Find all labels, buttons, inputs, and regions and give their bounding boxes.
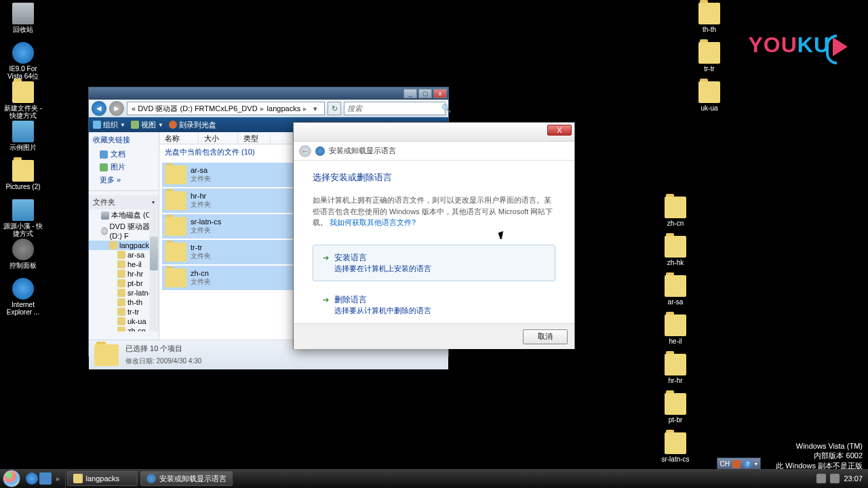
desktop-icon-zh-hk[interactable]: zh-hk: [655, 236, 696, 266]
desktop-icon-hr-hr[interactable]: hr-hr: [655, 354, 696, 384]
organize-button[interactable]: 组织▼: [93, 120, 125, 130]
sidebar-link-文档[interactable]: 文档: [89, 148, 159, 161]
install-language-option[interactable]: ➔ 安装语言 选择要在计算机上安装的语言: [313, 245, 555, 281]
clock[interactable]: 23:07: [844, 474, 863, 483]
sidebar-link-图片[interactable]: 图片: [89, 161, 159, 174]
drive-icon: [101, 211, 109, 220]
tree-item-本地磁盘 (C:)[interactable]: 本地磁盘 (C:): [89, 209, 159, 221]
explorer-titlebar[interactable]: _ ▢ x: [89, 87, 448, 100]
desktop-icon-IE9.0 For Vista 64位[interactable]: IE9.0 For Vista 64位: [3, 42, 43, 80]
folder-icon: [165, 165, 186, 184]
desktop-icon-th-th[interactable]: th-th: [689, 3, 730, 33]
minimize-button[interactable]: _: [403, 89, 417, 98]
folder-icon: [117, 327, 125, 331]
start-button[interactable]: [0, 469, 23, 488]
folder-icon: [117, 279, 125, 287]
tree-item-sr-latn-cs[interactable]: sr-latn-cs: [89, 288, 159, 298]
close-button[interactable]: x: [433, 89, 447, 98]
folder-icon: [117, 289, 125, 297]
desktop-icon-ar-sa[interactable]: ar-sa: [655, 275, 696, 306]
desktop-icon-Pictures (2)[interactable]: Pictures (2): [3, 160, 43, 190]
views-button[interactable]: 视图▼: [131, 120, 163, 130]
sidebar-scrollbar[interactable]: [149, 209, 159, 331]
cancel-button[interactable]: 取消: [523, 329, 568, 344]
desktop-icon-回收站[interactable]: 回收站: [3, 3, 43, 33]
desktop-icon-tr-tr[interactable]: tr-tr: [689, 42, 730, 73]
chevron-icon[interactable]: »: [53, 475, 62, 483]
ime-icon[interactable]: [732, 460, 741, 468]
status-selection: 已选择 10 个项目: [125, 344, 201, 354]
tree-item-ar-sa[interactable]: ar-sa: [89, 250, 159, 260]
taskbar-item-安装或卸载显示语言[interactable]: 安装或卸载显示语言: [140, 471, 233, 486]
desktop-icon-pt-br[interactable]: pt-br: [655, 393, 696, 424]
folder-icon: [665, 354, 686, 375]
folder-icon: [12, 160, 34, 182]
scrollbar-thumb[interactable]: [150, 237, 158, 270]
desktop: 回收站IE9.0 For Vista 64位新建文件夹 - 快捷方式示例图片Pi…: [0, 0, 868, 488]
tree-item-langpacks[interactable]: langpacks: [89, 241, 159, 250]
dialog-help-link[interactable]: 我如何获取其他语言文件?: [330, 218, 416, 226]
dialog-back-button[interactable]: ←: [299, 145, 311, 157]
refresh-button[interactable]: ↻: [328, 102, 341, 115]
folder-icon: [165, 243, 186, 262]
favorites-header: 收藏夹链接: [89, 132, 159, 148]
folder-icon: [698, 3, 720, 24]
desktop-icon-控制面板[interactable]: 控制面板: [3, 239, 43, 269]
desktop-icon-zh-cn[interactable]: zh-cn: [655, 197, 696, 227]
desktop-icon-sr-latn-cs[interactable]: sr-latn-cs: [655, 432, 696, 463]
folder-icon: [665, 314, 686, 336]
pic-icon: [12, 199, 34, 221]
maximize-button[interactable]: ▢: [418, 89, 432, 98]
folder-icon: [12, 81, 34, 103]
folder-icon: [665, 393, 686, 415]
folder-icon: [698, 81, 720, 103]
status-icon: [94, 344, 119, 366]
dialog-titlebar[interactable]: X: [294, 123, 574, 142]
folders-header[interactable]: 文件夹▾: [89, 195, 159, 209]
ie-icon[interactable]: [26, 472, 38, 485]
tree-item-uk-ua[interactable]: uk-ua: [89, 317, 159, 326]
tray-icon[interactable]: [816, 474, 826, 483]
address-dropdown[interactable]: ▾: [309, 104, 321, 113]
dialog-close-button[interactable]: X: [547, 125, 572, 136]
quick-launch-icon[interactable]: [39, 472, 52, 485]
system-tray: 23:07: [811, 474, 868, 483]
col-size[interactable]: 大小: [199, 132, 238, 144]
folder-icon: [73, 474, 83, 483]
tree-item-pt-br[interactable]: pt-br: [89, 279, 159, 288]
address-bar[interactable]: « DVD 驱动器 (D:) FRTMCxLP6_DVD ▸ langpacks…: [127, 102, 325, 115]
back-button[interactable]: ◄: [92, 101, 106, 116]
help-icon[interactable]: ?: [743, 460, 752, 468]
desktop-icon-新建文件夹 - 快捷方式[interactable]: 新建文件夹 - 快捷方式: [3, 81, 43, 119]
col-name[interactable]: 名称: [159, 132, 199, 144]
tray-icon[interactable]: [830, 474, 840, 483]
tree-item-tr-tr[interactable]: tr-tr: [89, 307, 159, 317]
desktop-icon-Internet Explorer ...[interactable]: Internet Explorer ...: [3, 278, 43, 316]
col-type[interactable]: 类型: [238, 132, 271, 144]
desktop-icon-源源小溪 - 快捷方式[interactable]: 源源小溪 - 快捷方式: [3, 199, 43, 237]
burn-button[interactable]: 刻录到光盘: [169, 120, 216, 130]
folder-icon: [117, 251, 125, 259]
search-icon[interactable]: 🔍: [441, 104, 452, 113]
search-input[interactable]: [347, 104, 441, 113]
tree-item-hr-hr[interactable]: hr-hr: [89, 269, 159, 279]
taskbar-item-langpacks[interactable]: langpacks: [67, 471, 138, 486]
desktop-icon-uk-ua[interactable]: uk-ua: [689, 81, 730, 112]
folder-icon: [117, 317, 125, 325]
tree-item-th-th[interactable]: th-th: [89, 298, 159, 307]
tree-item-he-il[interactable]: he-il: [89, 260, 159, 269]
forward-button[interactable]: ►: [109, 101, 124, 116]
folder-icon: [665, 197, 686, 218]
globe-icon: [315, 146, 325, 156]
more-link[interactable]: 更多 »: [89, 174, 159, 186]
desktop-icon-示例图片[interactable]: 示例图片: [3, 121, 43, 151]
desktop-icon-he-il[interactable]: he-il: [655, 314, 696, 345]
tree-item-zh-cn[interactable]: zh-cn: [89, 326, 159, 331]
folder-icon: [117, 270, 125, 278]
tree-item-DVD 驱动器 (D:) F[interactable]: DVD 驱动器 (D:) F: [89, 221, 159, 241]
remove-language-option[interactable]: ➔ 删除语言 选择要从计算机中删除的语言: [313, 287, 555, 323]
doc-icon: [100, 150, 108, 159]
folder-icon: [665, 275, 686, 297]
search-box[interactable]: 🔍: [344, 102, 446, 115]
taskbar: » langpacks安装或卸载显示语言 23:07: [0, 469, 868, 488]
